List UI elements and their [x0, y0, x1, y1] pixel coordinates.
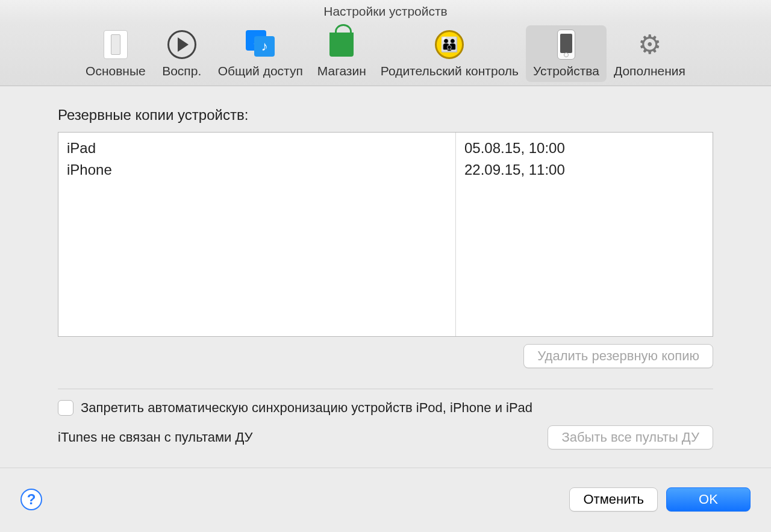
tab-label: Устройства: [533, 64, 599, 78]
remote-status-text: iTunes не связан с пультами ДУ: [58, 430, 253, 445]
tab-parental[interactable]: 👪 Родительский контроль: [373, 25, 526, 82]
switch-icon: [99, 28, 133, 61]
backups-name-column: iPad iPhone: [58, 133, 456, 336]
parental-icon: 👪: [432, 28, 466, 61]
cancel-button[interactable]: Отменить: [569, 487, 658, 512]
tab-label: Общий доступ: [218, 64, 303, 78]
backups-section-label: Резервные копии устройств:: [58, 107, 713, 124]
backup-row-date[interactable]: 05.08.15, 10:00: [462, 137, 707, 159]
backups-date-column: 05.08.15, 10:00 22.09.15, 11:00: [456, 133, 713, 336]
forget-remotes-button[interactable]: Забыть все пульты ДУ: [548, 425, 713, 449]
help-button[interactable]: ?: [20, 489, 42, 510]
tab-store[interactable]: Магазин: [310, 25, 373, 82]
prefs-toolbar: Основные Воспр. ♪♪ Общий доступ Магазин …: [0, 23, 771, 86]
dialog-footer: ? Отменить OK: [0, 474, 771, 532]
sharing-icon: ♪♪: [243, 28, 277, 61]
tab-devices[interactable]: Устройства: [526, 25, 607, 82]
delete-backup-button[interactable]: Удалить резервную копию: [523, 344, 713, 368]
divider: [0, 468, 771, 468]
ok-button[interactable]: OK: [666, 487, 751, 512]
prevent-sync-label: Запретить автоматическую синхронизацию у…: [81, 400, 532, 416]
tab-advanced[interactable]: ⚙ Дополнения: [607, 25, 693, 82]
gear-icon: ⚙: [632, 28, 666, 61]
backups-table[interactable]: iPad iPhone 05.08.15, 10:00 22.09.15, 11…: [58, 132, 713, 337]
backup-row-name[interactable]: iPhone: [64, 159, 449, 181]
window-title: Настройки устройств: [323, 4, 448, 19]
tab-label: Основные: [86, 64, 146, 78]
window-titlebar: Настройки устройств: [0, 0, 771, 23]
backup-row-name[interactable]: iPad: [64, 137, 449, 159]
tab-playback[interactable]: Воспр.: [153, 25, 211, 82]
content-pane: Резервные копии устройств: iPad iPhone 0…: [0, 86, 771, 468]
bag-icon: [325, 28, 358, 61]
tab-label: Магазин: [317, 64, 366, 78]
play-icon: [165, 28, 199, 61]
divider: [58, 389, 713, 389]
tab-label: Дополнения: [614, 64, 685, 78]
prevent-sync-checkbox[interactable]: [58, 400, 73, 416]
tab-label: Родительский контроль: [381, 64, 519, 78]
tab-label: Воспр.: [162, 64, 201, 78]
backup-row-date[interactable]: 22.09.15, 11:00: [462, 159, 707, 181]
tab-general[interactable]: Основные: [78, 25, 153, 82]
tab-sharing[interactable]: ♪♪ Общий доступ: [211, 25, 310, 82]
device-icon: [549, 28, 583, 61]
